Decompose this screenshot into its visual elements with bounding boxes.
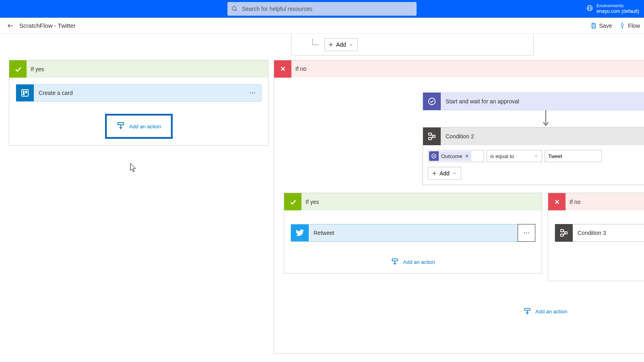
save-button[interactable]: Save — [590, 23, 612, 29]
branch-header-if-no-nested[interactable]: If no — [548, 193, 644, 210]
condition-3-card[interactable]: Condition 3 — [555, 224, 644, 242]
svg-point-34 — [528, 232, 529, 233]
add-action-icon — [116, 121, 125, 132]
condition-icon — [555, 224, 573, 242]
svg-rect-42 — [565, 232, 568, 234]
search-box[interactable] — [227, 2, 417, 16]
check-icon — [284, 193, 301, 210]
more-menu-retweet[interactable] — [518, 224, 535, 242]
branch-if-no-nested: If no Condition 3 — [548, 193, 644, 281]
add-action-button[interactable]: Add an action — [107, 115, 171, 137]
command-bar: ScratchFlow - Twitter Save Flow — [0, 18, 644, 34]
more-menu[interactable] — [244, 89, 261, 97]
svg-rect-7 — [592, 26, 594, 28]
condition-left-operand[interactable]: Outcome ✕ — [428, 150, 484, 162]
approval-icon — [423, 93, 441, 110]
cursor-icon — [129, 162, 138, 174]
svg-rect-6 — [592, 23, 594, 25]
action-create-card[interactable]: Create a card — [16, 84, 262, 102]
flow-canvas[interactable]: Add If yes Create a card A — [0, 34, 644, 362]
globe-icon — [586, 4, 593, 13]
environment-picker[interactable]: Environments enayu.com (default) — [586, 3, 639, 15]
svg-rect-35 — [392, 259, 398, 261]
chevron-down-icon — [349, 42, 353, 47]
trello-icon — [16, 84, 34, 102]
add-action-link-nested-yes[interactable]: Add an action — [284, 242, 542, 273]
add-row-button-top[interactable]: Add — [324, 38, 358, 51]
environment-value: enayu.com (default) — [597, 8, 639, 15]
action-retweet[interactable]: Retweet — [291, 224, 518, 242]
chevron-down-icon — [452, 171, 457, 176]
close-icon — [548, 193, 566, 210]
condition-2-card[interactable]: Condition 2 Outcome ✕ is equal to — [423, 127, 644, 185]
search-icon — [231, 6, 238, 12]
branch-header-if-yes-nested[interactable]: If yes — [284, 193, 542, 210]
top-bar: Environments enayu.com (default) — [0, 0, 644, 18]
svg-point-15 — [252, 93, 253, 93]
svg-rect-40 — [561, 230, 564, 232]
flow-checker-button[interactable]: Flow — [619, 23, 640, 29]
svg-point-22 — [429, 98, 436, 105]
add-action-link-lower[interactable]: Add an action — [523, 307, 568, 315]
svg-rect-45 — [524, 309, 530, 311]
search-input[interactable] — [242, 6, 413, 12]
flow-title: ScratchFlow - Twitter — [19, 22, 76, 29]
svg-rect-13 — [25, 91, 27, 93]
svg-rect-26 — [433, 135, 436, 138]
condition-icon — [423, 128, 441, 145]
svg-point-0 — [232, 6, 236, 10]
arrow-down-icon — [545, 110, 546, 127]
check-icon — [9, 60, 27, 78]
chevron-down-icon — [534, 154, 539, 158]
branch-if-yes-outer: If yes Create a card Add an action — [9, 60, 268, 146]
branch-header-if-yes[interactable]: If yes — [9, 60, 268, 78]
condition-value-input[interactable] — [545, 150, 602, 162]
condition-body-top: Add — [291, 34, 534, 56]
branch-if-yes-nested: If yes Retweet Add an action — [284, 193, 542, 274]
twitter-icon — [291, 224, 309, 242]
svg-point-33 — [526, 232, 527, 233]
add-condition-row-button[interactable]: Add — [428, 167, 461, 180]
environments-label: Environments — [597, 3, 639, 8]
approval-token-icon — [429, 151, 439, 161]
svg-rect-17 — [118, 122, 124, 125]
svg-point-32 — [524, 232, 525, 233]
svg-rect-24 — [429, 133, 431, 136]
svg-rect-41 — [561, 234, 564, 237]
token-remove[interactable]: ✕ — [465, 153, 469, 159]
svg-rect-11 — [22, 90, 29, 97]
svg-point-16 — [254, 93, 255, 93]
action-approval[interactable]: Start and wait for an approval — [423, 93, 644, 110]
back-button[interactable] — [4, 19, 17, 32]
close-icon — [274, 60, 291, 78]
svg-rect-25 — [429, 138, 431, 140]
svg-line-1 — [235, 10, 237, 11]
svg-point-8 — [622, 27, 623, 28]
svg-rect-12 — [23, 91, 25, 95]
svg-point-14 — [250, 93, 251, 93]
condition-operator-select[interactable]: is equal to — [487, 150, 542, 162]
branch-header-if-no[interactable]: If no — [274, 60, 644, 77]
